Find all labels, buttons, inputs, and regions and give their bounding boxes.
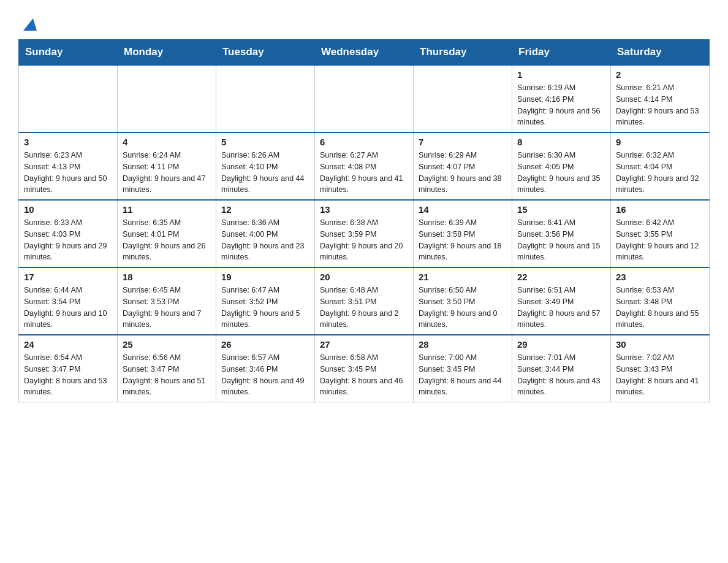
calendar-cell: 9Sunrise: 6:32 AMSunset: 4:04 PMDaylight…: [611, 132, 710, 200]
day-info: Sunrise: 7:01 AMSunset: 3:44 PMDaylight:…: [517, 352, 605, 398]
col-header-saturday: Saturday: [611, 40, 710, 66]
day-number: 23: [616, 272, 704, 282]
col-header-thursday: Thursday: [414, 40, 512, 66]
calendar-cell: 19Sunrise: 6:47 AMSunset: 3:52 PMDayligh…: [216, 267, 315, 335]
calendar-cell: 24Sunrise: 6:54 AMSunset: 3:47 PMDayligh…: [19, 335, 118, 402]
calendar-cell: 10Sunrise: 6:33 AMSunset: 4:03 PMDayligh…: [19, 200, 118, 267]
day-number: 10: [24, 204, 112, 215]
calendar-cell: 25Sunrise: 6:56 AMSunset: 3:47 PMDayligh…: [118, 335, 216, 402]
logo-triangle-icon: [20, 16, 37, 33]
calendar-cell: 30Sunrise: 7:02 AMSunset: 3:43 PMDayligh…: [611, 335, 710, 402]
day-number: 22: [517, 272, 605, 282]
calendar-cell: [315, 65, 414, 132]
day-number: 2: [616, 69, 704, 80]
calendar-cell: 29Sunrise: 7:01 AMSunset: 3:44 PMDayligh…: [512, 335, 611, 402]
day-info: Sunrise: 6:54 AMSunset: 3:47 PMDaylight:…: [24, 352, 112, 398]
day-info: Sunrise: 6:44 AMSunset: 3:54 PMDaylight:…: [24, 285, 112, 331]
day-info: Sunrise: 6:58 AMSunset: 3:45 PMDaylight:…: [320, 352, 408, 398]
calendar-cell: 22Sunrise: 6:51 AMSunset: 3:49 PMDayligh…: [512, 267, 611, 335]
day-info: Sunrise: 6:42 AMSunset: 3:55 PMDaylight:…: [616, 217, 704, 263]
day-info: Sunrise: 6:56 AMSunset: 3:47 PMDaylight:…: [123, 352, 211, 398]
calendar-cell: 15Sunrise: 6:41 AMSunset: 3:56 PMDayligh…: [512, 200, 611, 267]
day-info: Sunrise: 6:39 AMSunset: 3:58 PMDaylight:…: [419, 217, 507, 263]
day-number: 4: [123, 137, 211, 147]
day-info: Sunrise: 6:53 AMSunset: 3:48 PMDaylight:…: [616, 285, 704, 331]
day-info: Sunrise: 6:50 AMSunset: 3:50 PMDaylight:…: [419, 285, 507, 331]
day-number: 28: [419, 339, 507, 350]
day-number: 19: [221, 272, 309, 282]
day-info: Sunrise: 6:45 AMSunset: 3:53 PMDaylight:…: [123, 285, 211, 331]
day-info: Sunrise: 6:26 AMSunset: 4:10 PMDaylight:…: [221, 150, 309, 196]
calendar-cell: 21Sunrise: 6:50 AMSunset: 3:50 PMDayligh…: [414, 267, 512, 335]
col-header-wednesday: Wednesday: [315, 40, 414, 66]
calendar-cell: 11Sunrise: 6:35 AMSunset: 4:01 PMDayligh…: [118, 200, 216, 267]
calendar-cell: 1Sunrise: 6:19 AMSunset: 4:16 PMDaylight…: [512, 65, 611, 132]
calendar-cell: [19, 65, 118, 132]
day-info: Sunrise: 7:00 AMSunset: 3:45 PMDaylight:…: [419, 352, 507, 398]
day-number: 20: [320, 272, 408, 282]
day-number: 5: [221, 137, 309, 147]
calendar-cell: 16Sunrise: 6:42 AMSunset: 3:55 PMDayligh…: [611, 200, 710, 267]
calendar-cell: 17Sunrise: 6:44 AMSunset: 3:54 PMDayligh…: [19, 267, 118, 335]
day-number: 12: [221, 204, 309, 215]
day-info: Sunrise: 6:29 AMSunset: 4:07 PMDaylight:…: [419, 150, 507, 196]
col-header-friday: Friday: [512, 40, 611, 66]
day-number: 17: [24, 272, 112, 282]
calendar-cell: 20Sunrise: 6:48 AMSunset: 3:51 PMDayligh…: [315, 267, 414, 335]
day-number: 27: [320, 339, 408, 350]
calendar-cell: 5Sunrise: 6:26 AMSunset: 4:10 PMDaylight…: [216, 132, 315, 200]
day-info: Sunrise: 6:57 AMSunset: 3:46 PMDaylight:…: [221, 352, 309, 398]
calendar-week-row: 10Sunrise: 6:33 AMSunset: 4:03 PMDayligh…: [19, 200, 710, 267]
day-info: Sunrise: 7:02 AMSunset: 3:43 PMDaylight:…: [616, 352, 704, 398]
day-number: 18: [123, 272, 211, 282]
day-number: 21: [419, 272, 507, 282]
calendar-cell: 23Sunrise: 6:53 AMSunset: 3:48 PMDayligh…: [611, 267, 710, 335]
calendar-cell: 28Sunrise: 7:00 AMSunset: 3:45 PMDayligh…: [414, 335, 512, 402]
day-info: Sunrise: 6:41 AMSunset: 3:56 PMDaylight:…: [517, 217, 605, 263]
calendar-cell: 18Sunrise: 6:45 AMSunset: 3:53 PMDayligh…: [118, 267, 216, 335]
day-info: Sunrise: 6:24 AMSunset: 4:11 PMDaylight:…: [123, 150, 211, 196]
day-number: 1: [517, 69, 605, 80]
calendar-cell: [216, 65, 315, 132]
day-info: Sunrise: 6:21 AMSunset: 4:14 PMDaylight:…: [616, 82, 704, 128]
page-header: [18, 12, 710, 33]
day-number: 7: [419, 137, 507, 147]
day-info: Sunrise: 6:33 AMSunset: 4:03 PMDaylight:…: [24, 217, 112, 263]
day-number: 16: [616, 204, 704, 215]
calendar-table: SundayMondayTuesdayWednesdayThursdayFrid…: [18, 39, 710, 402]
day-number: 3: [24, 137, 112, 147]
day-info: Sunrise: 6:23 AMSunset: 4:13 PMDaylight:…: [24, 150, 112, 196]
col-header-sunday: Sunday: [19, 40, 118, 66]
svg-marker-0: [23, 18, 37, 31]
day-number: 15: [517, 204, 605, 215]
day-info: Sunrise: 6:19 AMSunset: 4:16 PMDaylight:…: [517, 82, 605, 128]
day-number: 14: [419, 204, 507, 215]
day-number: 25: [123, 339, 211, 350]
calendar-cell: 26Sunrise: 6:57 AMSunset: 3:46 PMDayligh…: [216, 335, 315, 402]
day-info: Sunrise: 6:51 AMSunset: 3:49 PMDaylight:…: [517, 285, 605, 331]
calendar-cell: 6Sunrise: 6:27 AMSunset: 4:08 PMDaylight…: [315, 132, 414, 200]
day-number: 26: [221, 339, 309, 350]
calendar-cell: [118, 65, 216, 132]
day-number: 29: [517, 339, 605, 350]
calendar-cell: 4Sunrise: 6:24 AMSunset: 4:11 PMDaylight…: [118, 132, 216, 200]
calendar-cell: 2Sunrise: 6:21 AMSunset: 4:14 PMDaylight…: [611, 65, 710, 132]
day-number: 9: [616, 137, 704, 147]
calendar-header-row: SundayMondayTuesdayWednesdayThursdayFrid…: [19, 40, 710, 66]
col-header-tuesday: Tuesday: [216, 40, 315, 66]
day-number: 11: [123, 204, 211, 215]
calendar-cell: 8Sunrise: 6:30 AMSunset: 4:05 PMDaylight…: [512, 132, 611, 200]
logo: [18, 17, 37, 33]
calendar-cell: 3Sunrise: 6:23 AMSunset: 4:13 PMDaylight…: [19, 132, 118, 200]
calendar-week-row: 17Sunrise: 6:44 AMSunset: 3:54 PMDayligh…: [19, 267, 710, 335]
day-number: 6: [320, 137, 408, 147]
calendar-cell: 12Sunrise: 6:36 AMSunset: 4:00 PMDayligh…: [216, 200, 315, 267]
calendar-week-row: 3Sunrise: 6:23 AMSunset: 4:13 PMDaylight…: [19, 132, 710, 200]
day-info: Sunrise: 6:35 AMSunset: 4:01 PMDaylight:…: [123, 217, 211, 263]
day-info: Sunrise: 6:38 AMSunset: 3:59 PMDaylight:…: [320, 217, 408, 263]
day-number: 30: [616, 339, 704, 350]
day-info: Sunrise: 6:32 AMSunset: 4:04 PMDaylight:…: [616, 150, 704, 196]
calendar-cell: [414, 65, 512, 132]
day-info: Sunrise: 6:47 AMSunset: 3:52 PMDaylight:…: [221, 285, 309, 331]
day-info: Sunrise: 6:36 AMSunset: 4:00 PMDaylight:…: [221, 217, 309, 263]
